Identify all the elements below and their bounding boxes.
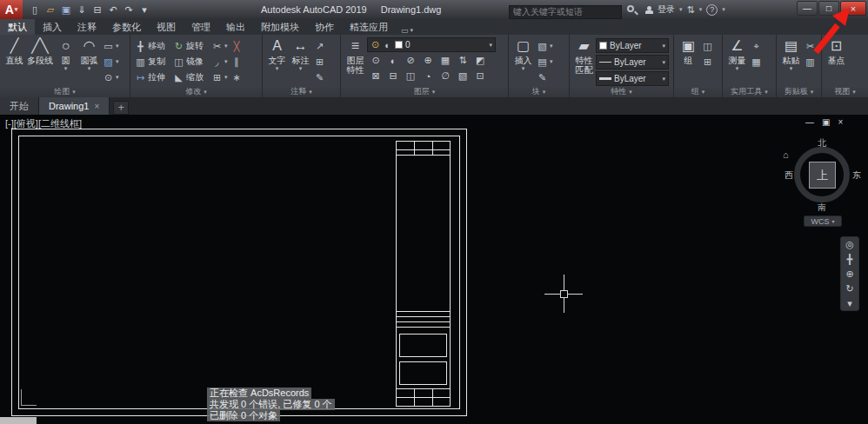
panel-view-footer[interactable]: 视图▾	[822, 86, 868, 97]
paste-button[interactable]: ▤ 粘贴 ▾	[779, 36, 803, 86]
layer-merge-icon[interactable]: ∅	[437, 69, 454, 83]
ellipse-button[interactable]: ⊙ ▾	[101, 70, 121, 85]
tab-featured-apps[interactable]: 精选应用	[342, 19, 396, 35]
open-file-icon[interactable]: ▱	[44, 4, 57, 16]
file-tab-start[interactable]: 开始	[0, 97, 39, 115]
search-input[interactable]	[509, 5, 622, 19]
tab-collaborate[interactable]: 协作	[307, 19, 342, 35]
layer-previous-icon[interactable]: ◩	[471, 53, 489, 68]
new-file-icon[interactable]: ▯	[29, 4, 41, 16]
save-icon[interactable]: ▣	[60, 4, 72, 16]
ungroup-button[interactable]: ◫	[700, 38, 715, 54]
mirror-button[interactable]: ◫ 镜像	[171, 54, 210, 70]
communication-caret-icon[interactable]: ▾	[699, 6, 703, 13]
minimize-button[interactable]: —	[797, 1, 818, 16]
viewport-controls-label[interactable]: [-][俯视][二维线框]	[5, 117, 82, 130]
stretch-button[interactable]: ↦ 拉伸	[133, 70, 171, 85]
tab-insert[interactable]: 插入	[35, 19, 70, 35]
linetype-dropdown[interactable]: ByLayer ▾	[596, 55, 669, 70]
trim-button[interactable]: ✂ ▾	[210, 38, 230, 54]
scale-button[interactable]: ◣ 缩放	[171, 70, 210, 85]
ribbon-toggle-button[interactable]: ▭ ▾	[401, 26, 413, 35]
viewcube-west-label[interactable]: 西	[785, 169, 793, 182]
text-style-button[interactable]: ✎	[312, 70, 327, 85]
file-tab-drawing1[interactable]: Drawing1 ×	[39, 97, 110, 115]
hatch-button[interactable]: ▨ ▾	[101, 54, 121, 70]
viewcube-east-label[interactable]: 东	[852, 169, 861, 182]
viewcube-top-face[interactable]: 上	[809, 162, 836, 189]
wcs-menu[interactable]: WCS ▾	[804, 215, 842, 227]
drawing-minimize-icon[interactable]: —	[805, 117, 814, 127]
plot-icon[interactable]: ⊟	[91, 4, 103, 16]
table-button[interactable]: ⊞	[312, 54, 327, 70]
erase-button[interactable]: ╳	[230, 38, 244, 54]
layer-state-icon[interactable]: ⊡	[471, 69, 489, 83]
block-editor-button[interactable]: ✎	[535, 70, 555, 85]
arc-button[interactable]: ◠ 圆弧 ▾	[77, 36, 101, 86]
viewcube-home-icon[interactable]: ⌂	[783, 149, 789, 160]
signin-caret-icon[interactable]: ▾	[679, 6, 683, 13]
layer-dropdown[interactable]: ⊙ ◐ 0 ▾	[367, 37, 496, 52]
polyline-button[interactable]: ╱╲ 多段线	[26, 36, 54, 86]
leader-button[interactable]: ↗	[312, 38, 327, 54]
array-button[interactable]: ⊞ ▾	[210, 70, 230, 85]
undo-icon[interactable]: ↶	[107, 4, 119, 16]
lineweight-dropdown[interactable]: ByLayer ▾	[596, 71, 669, 86]
tab-view[interactable]: 视图	[149, 19, 184, 35]
tab-annotate[interactable]: 注释	[70, 19, 104, 35]
communication-icon[interactable]: ⇅	[687, 4, 695, 16]
steering-wheel-icon[interactable]: ◎	[845, 239, 854, 249]
pan-icon[interactable]: ╋	[847, 254, 853, 264]
tab-home[interactable]: 默认	[0, 19, 35, 35]
tab-parametric[interactable]: 参数化	[104, 19, 149, 35]
panel-groups-footer[interactable]: 组▾	[674, 86, 722, 97]
quick-calc-button[interactable]: ▦	[749, 54, 764, 70]
layer-off-icon[interactable]: ⊙	[367, 53, 384, 68]
viewcube-south-label[interactable]: 南	[818, 202, 826, 214]
layer-delete-icon[interactable]: ▧	[454, 69, 471, 83]
panel-utilities-footer[interactable]: 实用工具▾	[723, 86, 776, 97]
new-drawing-button[interactable]: +	[113, 101, 129, 115]
dimension-button[interactable]: ↔ 标注 ▾	[289, 36, 312, 86]
explode-button[interactable]: ∗	[230, 70, 244, 85]
layer-freeze-tool-icon[interactable]: ⊘	[402, 53, 419, 68]
group-button[interactable]: ▣ 组	[677, 36, 700, 86]
help-caret-icon[interactable]: ▾	[722, 6, 725, 13]
cut-button[interactable]: ✂	[803, 38, 818, 54]
drawing-restore-icon[interactable]: ▣	[822, 117, 830, 127]
layer-match-icon[interactable]: ▦	[437, 53, 454, 68]
layer-properties-button[interactable]: ≡ 图层 特性	[344, 36, 367, 86]
copy-button[interactable]: ▥ 复制	[133, 54, 171, 70]
rectangle-button[interactable]: ▭ ▾	[101, 38, 121, 54]
fillet-button[interactable]: ◞ ▾	[210, 54, 230, 70]
measure-button[interactable]: ∠ 测量 ▾	[725, 36, 749, 86]
zoom-icon[interactable]: ⊕	[845, 268, 853, 279]
navbar-more-icon[interactable]: ▾	[847, 298, 852, 308]
layer-thaw-icon[interactable]: ⊟	[384, 69, 402, 83]
layer-unisolate-icon[interactable]: ⊠	[367, 69, 384, 83]
edit-attribute-button[interactable]: ▧ ▾	[535, 38, 555, 54]
tab-output[interactable]: 输出	[218, 19, 253, 35]
base-point-button[interactable]: ⊡ 基点	[825, 36, 848, 86]
panel-annotation-footer[interactable]: 注释▾	[263, 86, 340, 97]
copy-clip-button[interactable]: ▥	[803, 54, 818, 70]
file-tab-close-icon[interactable]: ×	[94, 102, 99, 111]
panel-block-footer[interactable]: 块▾	[509, 86, 569, 97]
signin-label[interactable]: 登录	[658, 3, 675, 16]
panel-properties-footer[interactable]: 特性▾	[570, 86, 673, 97]
redo-icon[interactable]: ↷	[123, 4, 135, 16]
layer-unlock-icon[interactable]: ◫	[402, 69, 419, 83]
text-button[interactable]: A 文字 ▾	[265, 36, 289, 86]
app-menu-button[interactable]: A ▾	[0, 0, 23, 19]
move-button[interactable]: ╋ 移动	[133, 38, 171, 54]
insert-block-button[interactable]: ▢ 插入 ▾	[511, 36, 535, 86]
signin-person-icon[interactable]	[645, 6, 653, 14]
viewcube-north-label[interactable]: 北	[818, 137, 826, 149]
panel-modify-footer[interactable]: 修改▾	[130, 86, 262, 97]
circle-button[interactable]: ○ 圆 ▾	[54, 36, 77, 86]
create-block-button[interactable]: ▤ ▾	[535, 54, 555, 70]
group-edit-button[interactable]: ⊞	[700, 54, 715, 70]
layer-lock-icon[interactable]: ⊕	[419, 53, 437, 68]
model-space-canvas[interactable]: [-][俯视][二维线框] — ▣ ×	[0, 115, 868, 424]
help-icon[interactable]: ?	[706, 4, 718, 16]
